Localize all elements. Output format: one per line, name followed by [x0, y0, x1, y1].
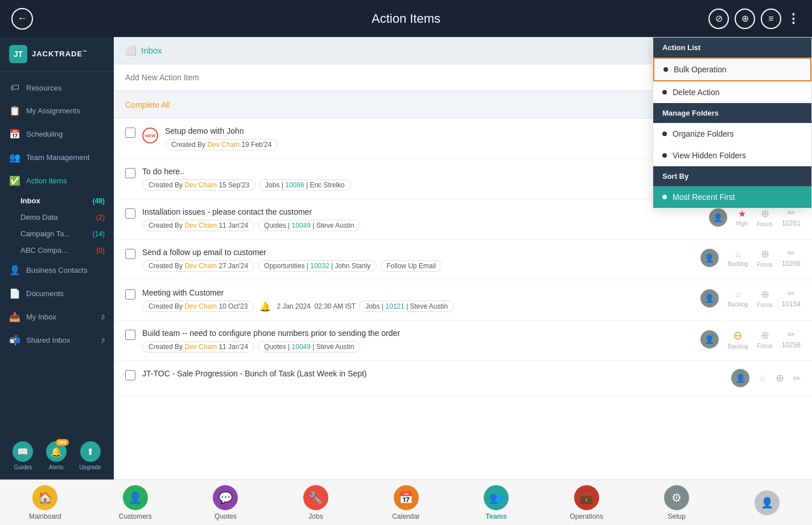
sidebar-sub-item-demo-data[interactable]: Demo Data (2) [0, 209, 114, 225]
star-icon[interactable]: ☆ [734, 289, 742, 300]
plus-circle-icon[interactable]: ⊕ [761, 248, 769, 260]
star-icon-active[interactable]: ★ [738, 208, 746, 219]
action-group-focus: ⊕ Focus [757, 288, 772, 308]
item-tags: Created By Dev Cham 15 Sep'23 Jobs | 100… [142, 179, 694, 191]
resources-icon: 🏷 [9, 83, 20, 93]
bulk-operation-item[interactable]: Bulk Operation [653, 58, 811, 81]
item-checkbox[interactable] [125, 289, 135, 300]
bottom-bar-item-teams[interactable]: 👥 Teams [451, 485, 542, 520]
guides-button[interactable]: 📖 Guides [13, 441, 33, 470]
edit-icon[interactable]: ✏ [788, 248, 795, 259]
add-icon-button[interactable]: ⊕ [735, 9, 755, 29]
action-group-focus: ⊕ Focus [757, 329, 772, 349]
plus-circle-icon[interactable]: ⊕ [776, 372, 784, 384]
sidebar-item-team-management[interactable]: 👥 Team Management [0, 146, 114, 169]
sidebar-item-shared-inbox[interactable]: 📬 Shared Inbox β [0, 329, 114, 352]
beta-badge-shared: β [102, 338, 105, 343]
header-left: ← [11, 8, 33, 30]
item-tag-extra: Follow Up Email [380, 260, 442, 272]
item-tag-created: Created By Dev Cham 11 Jan'24 [142, 341, 254, 352]
sidebar-item-action-items[interactable]: ✅ Action Items [0, 169, 114, 192]
plus-circle-icon[interactable]: ⊕ [761, 207, 769, 220]
edit-icon[interactable]: ✏ [793, 373, 801, 384]
minus-icon[interactable]: ⊖ [733, 329, 743, 342]
bottom-bar-item-mainboard[interactable]: 🏠 Mainboard [0, 485, 90, 520]
bottom-bar-item-quotes[interactable]: 💬 Quotes [180, 485, 271, 520]
assignments-icon: 📋 [9, 105, 20, 116]
edit-icon[interactable]: ✏ [788, 207, 795, 218]
sidebar-item-label: Team Management [26, 153, 89, 162]
logo-text: JACKTRADE™ [32, 50, 88, 58]
item-checkbox[interactable] [125, 370, 135, 380]
scheduling-icon: 📅 [9, 129, 20, 140]
guides-label: Guides [14, 464, 32, 470]
sidebar-item-my-inbox[interactable]: 📥 My Inbox β [0, 305, 114, 329]
mainboard-label: Mainboard [29, 512, 61, 520]
list-icon-button[interactable]: ≡ [761, 9, 781, 29]
item-body: Build team -- need to configure phone nu… [142, 329, 694, 352]
item-tag-created: Created By Dev Cham 15 Sep'23 [142, 179, 255, 191]
star-icon[interactable]: ☆ [734, 249, 742, 260]
item-checkbox[interactable] [125, 330, 135, 340]
item-tag-type: Opportunities | 10032 | John Stanly [258, 260, 377, 272]
bottom-bar-item-jobs[interactable]: 🔧 Jobs [271, 485, 361, 520]
bottom-bar-item-customers[interactable]: 👤 Customers [90, 485, 181, 520]
filter-icon-button[interactable]: ⊘ [708, 9, 729, 29]
upgrade-label: Upgrade [79, 464, 101, 470]
sidebar-item-business-contacts[interactable]: 👤 Business Contacts [0, 259, 114, 282]
organize-folders-label: Organize Folders [673, 129, 733, 138]
item-title: To do here.. [142, 167, 694, 176]
avatar: 👤 [709, 208, 727, 227]
edit-icon[interactable]: ✏ [788, 288, 795, 299]
organize-folders-item[interactable]: Organize Folders [653, 123, 811, 145]
backlog-label: Backlog [728, 261, 748, 267]
sidebar-item-resources[interactable]: 🏷 Resources [0, 76, 114, 99]
sidebar-sub-item-campaign[interactable]: Campaign Ta... (14) [0, 225, 114, 242]
action-group-backlog: ☆ Backlog [728, 249, 748, 267]
item-checkbox[interactable] [125, 249, 135, 259]
edit-icon[interactable]: ✏ [788, 329, 795, 340]
customers-label: Customers [119, 512, 152, 520]
sidebar-item-my-assignments[interactable]: 📋 My Assignments [0, 99, 114, 122]
item-number: 10154 [782, 300, 801, 308]
item-body: Setup demo with John Created By Dev Cham… [165, 126, 680, 150]
sidebar-sub-item-abc[interactable]: ABC Compa... (0) [0, 242, 114, 259]
bottom-bar-item-calendar[interactable]: 📅 Calendar [361, 485, 451, 520]
action-group-num: ✏ 10266 [782, 248, 801, 268]
action-group-focus: ⊕ Focus [757, 248, 772, 268]
sidebar-item-documents[interactable]: 📄 Documents [0, 282, 114, 305]
sort-by-section-header: Sort By [653, 166, 811, 186]
star-icon[interactable]: ☆ [759, 373, 766, 384]
teams-icon: 👥 [484, 485, 509, 510]
item-tag-type: Quotes | 10049 | Steve Austin [258, 341, 360, 352]
complete-all-button[interactable]: Complete All [125, 100, 170, 109]
view-hidden-folders-item[interactable]: View Hidden Folders [653, 145, 811, 166]
action-group-num: ✏ 10261 [782, 207, 801, 227]
backlog-label: High [736, 220, 748, 227]
item-checkbox[interactable] [125, 128, 135, 138]
item-checkbox[interactable] [125, 168, 135, 178]
alarm-datetime: 2 Jan 2024 02:30 AM IST [277, 302, 356, 310]
upgrade-button[interactable]: ⬆ Upgrade [79, 441, 101, 470]
more-button[interactable]: ⋮ [787, 11, 801, 26]
delete-action-item[interactable]: Delete Action [653, 81, 811, 103]
most-recent-first-item[interactable]: Most Recent First [653, 186, 811, 208]
sidebar-item-label: Scheduling [26, 130, 63, 138]
sub-item-label: Demo Data [20, 213, 58, 222]
alerts-button[interactable]: 🔔 269 Alerts [46, 441, 67, 470]
back-button[interactable]: ← [11, 8, 33, 30]
sidebar-item-scheduling[interactable]: 📅 Scheduling [0, 122, 114, 146]
item-checkbox[interactable] [125, 208, 135, 219]
action-group-focus: ⊕ [776, 372, 784, 384]
logo-icon: JT [9, 45, 27, 63]
bottom-bar-item-setup[interactable]: ⚙ Setup [632, 485, 722, 520]
user-avatar-button[interactable]: 👤 [722, 490, 813, 515]
dot-icon [662, 195, 667, 199]
view-hidden-folders-label: View Hidden Folders [673, 151, 746, 160]
bottom-bar-item-operations[interactable]: 💼 Operations [541, 485, 632, 520]
plus-circle-icon[interactable]: ⊕ [761, 288, 769, 301]
sidebar-sub-item-inbox[interactable]: Inbox (49) [0, 192, 114, 209]
plus-circle-icon[interactable]: ⊕ [761, 329, 769, 342]
team-icon: 👥 [9, 152, 20, 163]
item-number: 10266 [782, 260, 801, 268]
